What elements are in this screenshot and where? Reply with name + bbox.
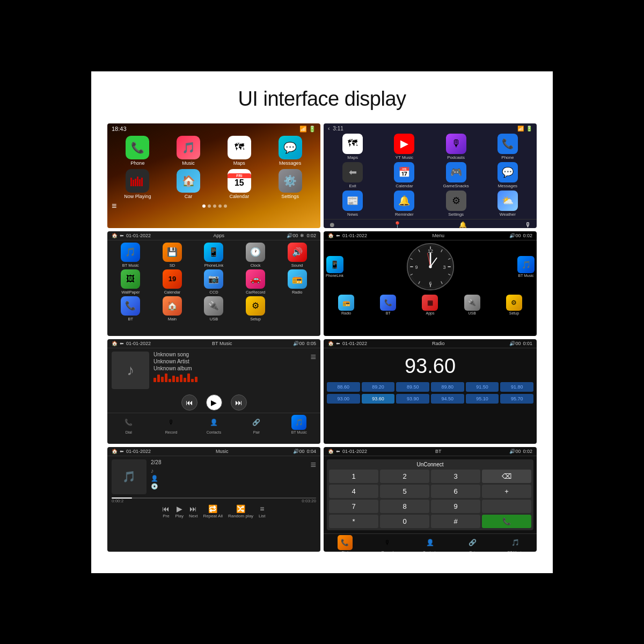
- mc-random[interactable]: 🔀 Random play: [228, 504, 253, 518]
- music-playlist-icon[interactable]: ≡: [310, 459, 316, 471]
- mb-radio[interactable]: 📻 Radio: [326, 295, 367, 315]
- mb-apps[interactable]: ▦ Apps: [409, 295, 450, 315]
- android-bell-icon[interactable]: 🔔: [459, 221, 467, 228]
- prev-button[interactable]: ⏮: [181, 394, 197, 411]
- screen5-back[interactable]: ⬅: [120, 341, 124, 346]
- screen4-btmusic[interactable]: 🎵 BT Music: [517, 256, 535, 277]
- next-button[interactable]: ⏭: [231, 394, 247, 411]
- ca-radio[interactable]: 📻 Radio: [277, 269, 317, 295]
- carplay-menu-icon[interactable]: ≡: [112, 201, 116, 211]
- preset-93.60[interactable]: 93.60: [362, 394, 395, 404]
- aa-app-news[interactable]: 📰 News: [328, 191, 377, 217]
- bm-dial[interactable]: 📞 Dial: [107, 415, 150, 434]
- mc-play[interactable]: ▶ Play: [175, 504, 184, 518]
- preset-89.50[interactable]: 89.50: [396, 382, 429, 392]
- mc-next[interactable]: ⏭ Next: [189, 504, 197, 518]
- dial-key-7[interactable]: 7: [329, 500, 378, 513]
- carplay-app-settings[interactable]: ⚙️ Settings: [266, 169, 314, 199]
- aa-app-settings[interactable]: ⚙ Settings: [431, 191, 481, 217]
- dial-key-call[interactable]: 📞: [482, 515, 531, 528]
- aa-app-maps[interactable]: 🗺 Maps: [328, 134, 377, 160]
- bm-pair[interactable]: 🔗 Pair: [235, 415, 277, 434]
- db-dial[interactable]: 📞 Dial: [324, 535, 366, 552]
- screen8-back[interactable]: ⬅: [336, 449, 340, 454]
- aa-app-gamesnacks[interactable]: 🎮 GameSnacks: [431, 162, 481, 188]
- ca-wallpaper[interactable]: 🖼 WallPaper: [111, 269, 151, 295]
- ca-carrecord[interactable]: 🚗 CarRecord: [236, 269, 276, 295]
- screen7-back[interactable]: ⬅: [120, 449, 124, 454]
- dial-key-plus[interactable]: +: [482, 485, 531, 498]
- ca-bt[interactable]: 📞 BT: [111, 296, 151, 321]
- screen5-home[interactable]: 🏠: [112, 341, 118, 346]
- dial-key-5[interactable]: 5: [380, 485, 429, 498]
- screen8-home[interactable]: 🏠: [328, 449, 334, 454]
- mb-bt[interactable]: 📞 BT: [368, 295, 408, 315]
- dial-key-3[interactable]: 3: [431, 470, 480, 483]
- preset-95.70[interactable]: 95.70: [500, 394, 533, 404]
- bm-btmusic[interactable]: 🎵 BT Music: [278, 415, 320, 434]
- carplay-app-calendar[interactable]: FRI 15 Calendar: [216, 169, 264, 199]
- aa-app-phone[interactable]: 📞 Phone: [483, 134, 532, 160]
- carplay-app-phone[interactable]: 📞 Phone: [114, 136, 162, 166]
- android-mic-icon[interactable]: 🎙: [525, 221, 531, 228]
- carplay-app-car[interactable]: 🏠 Car: [165, 169, 213, 199]
- db-contacts[interactable]: 👤 Contacts: [409, 535, 451, 552]
- preset-88.60[interactable]: 88.60: [327, 382, 360, 392]
- preset-93.00[interactable]: 93.00: [327, 394, 360, 404]
- aa-app-messages[interactable]: 💬 Messages: [483, 162, 532, 188]
- dial-key-0[interactable]: 0: [380, 515, 429, 528]
- dial-key-backspace[interactable]: ⌫: [482, 470, 531, 483]
- preset-91.50[interactable]: 91.50: [466, 382, 499, 392]
- ca-clock[interactable]: 🕐 Clock: [236, 243, 276, 268]
- screen4-home-icon[interactable]: 🏠: [328, 233, 334, 238]
- ca-usb[interactable]: 🔌 USB: [194, 296, 234, 321]
- aa-app-calendar[interactable]: 📅 Calendar: [379, 162, 429, 188]
- ca-btmusic[interactable]: 🎵 BT Music: [111, 243, 151, 268]
- preset-94.50[interactable]: 94.50: [431, 394, 464, 404]
- aa-app-podcasts[interactable]: 🎙 Podcasts: [431, 134, 481, 160]
- db-btmusic[interactable]: 🎵 BT Music: [494, 535, 537, 552]
- screen3-back-icon[interactable]: ⬅: [120, 233, 124, 238]
- dial-key-4[interactable]: 4: [329, 485, 378, 498]
- carplay-app-nowplaying[interactable]: Now Playing: [114, 169, 162, 199]
- carplay-app-maps[interactable]: 🗺 Maps: [216, 136, 264, 166]
- aa-app-exit[interactable]: ⬅ Exit: [328, 162, 377, 188]
- db-pair[interactable]: 🔗 Pair: [451, 535, 494, 552]
- screen6-home[interactable]: 🏠: [328, 341, 334, 346]
- aa-app-weather[interactable]: ⛅ Weather: [483, 191, 532, 217]
- dial-key-hash[interactable]: #: [431, 515, 480, 528]
- dial-key-1[interactable]: 1: [329, 470, 378, 483]
- carplay-app-music[interactable]: 🎵 Music: [165, 136, 213, 166]
- bm-contacts[interactable]: 👤 Contacts: [193, 415, 235, 434]
- playlist-icon[interactable]: ≡: [310, 352, 316, 363]
- mb-usb[interactable]: 🔌 USB: [452, 295, 493, 315]
- screen4-back-icon[interactable]: ⬅: [336, 233, 340, 238]
- preset-93.90[interactable]: 93.90: [396, 394, 429, 404]
- mc-repeat[interactable]: 🔁 Repeat All: [203, 504, 222, 518]
- ca-sound[interactable]: 🔊 Sound: [277, 243, 317, 268]
- preset-95.10[interactable]: 95.10: [466, 394, 499, 404]
- ca-ccd[interactable]: 📷 CCD: [194, 269, 234, 295]
- ca-calendar[interactable]: 19 Calendar: [152, 269, 193, 295]
- screen4-phonelink[interactable]: 📱 PhoneLink: [326, 256, 343, 277]
- ca-sd[interactable]: 💾 SD: [152, 243, 193, 268]
- db-record[interactable]: 🎙 Record: [366, 535, 408, 552]
- preset-89.80[interactable]: 89.80: [431, 382, 464, 392]
- ca-phonelink[interactable]: 📱 PhoneLink: [194, 243, 234, 268]
- android-chevron[interactable]: ‹: [328, 126, 330, 131]
- aa-app-ytmusic[interactable]: ▶ YT Music: [379, 134, 429, 160]
- carplay-app-messages[interactable]: 💬 Messages: [266, 136, 314, 166]
- play-button[interactable]: ▶: [206, 394, 222, 411]
- dial-key-8[interactable]: 8: [380, 500, 429, 513]
- screen7-home[interactable]: 🏠: [112, 449, 118, 454]
- bm-record[interactable]: 🎙 Record: [150, 415, 192, 434]
- aa-app-reminder[interactable]: 🔔 Reminder: [379, 191, 429, 217]
- mc-pre[interactable]: ⏮ Pre: [162, 504, 170, 518]
- screen3-home-icon[interactable]: 🏠: [112, 233, 118, 238]
- mb-setup[interactable]: ⚙ Setup: [494, 295, 535, 315]
- ca-main[interactable]: 🏠 Main: [152, 296, 193, 321]
- dial-key-2[interactable]: 2: [380, 470, 429, 483]
- screen6-back[interactable]: ⬅: [336, 341, 340, 346]
- dial-key-star[interactable]: *: [329, 515, 378, 528]
- preset-89.20[interactable]: 89.20: [362, 382, 395, 392]
